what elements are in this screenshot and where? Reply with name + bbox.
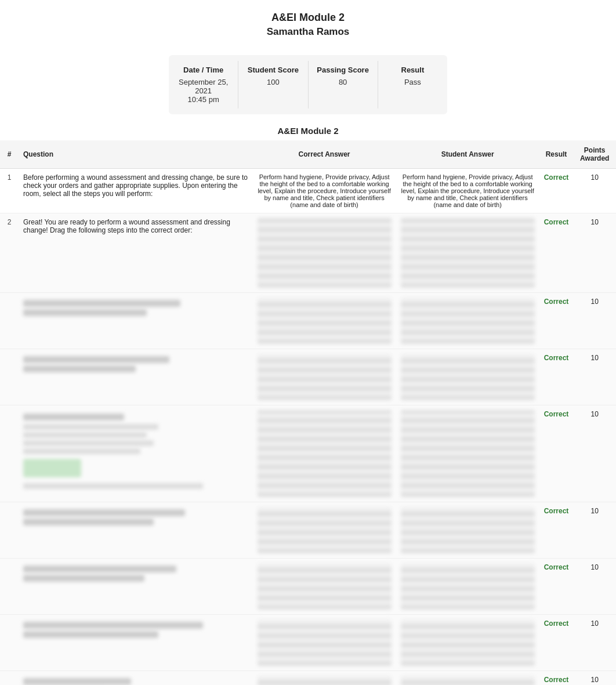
row-points: 10 (573, 169, 616, 213)
row-correct-answer: Perform hand hygiene, Provide privacy, A… (253, 169, 396, 213)
row-points: 10 (573, 349, 616, 405)
row-number: 1 (0, 169, 19, 213)
row-correct-answer (253, 213, 396, 293)
row-number (0, 559, 19, 615)
row-result: Correct (539, 213, 574, 293)
row-student-answer (396, 405, 539, 502)
col-number: # (0, 140, 19, 169)
date-col: Date / Time September 25, 2021 10:45 pm (169, 61, 238, 108)
row-result: Correct (539, 405, 574, 502)
table-row: Correct 10 (0, 559, 616, 615)
table-row: Correct 10 (0, 502, 616, 559)
col-student-answer: Student Answer (396, 140, 539, 169)
row-points: 10 (573, 293, 616, 349)
page-title: A&EI Module 2 (0, 12, 616, 24)
row-number (0, 671, 19, 686)
row-points: 10 (573, 213, 616, 293)
student-score-label: Student Score (245, 66, 300, 74)
passing-score-label: Passing Score (316, 66, 371, 74)
table-row: 1 Before performing a wound assessment a… (0, 169, 616, 213)
result-col: Result Pass (378, 61, 447, 108)
student-score-col: Student Score 100 (238, 61, 308, 108)
table-row: 2 Great! You are ready to perform a woun… (0, 213, 616, 293)
row-question (19, 502, 253, 559)
row-number (0, 615, 19, 671)
row-result: Correct (539, 502, 574, 559)
passing-score-value: 80 (316, 78, 371, 86)
row-student-answer (396, 349, 539, 405)
table-header-row: # Question Correct Answer Student Answer… (0, 140, 616, 169)
date-value: September 25, 2021 10:45 pm (176, 78, 231, 104)
row-result: Correct (539, 559, 574, 615)
table-body: 1 Before performing a wound assessment a… (0, 169, 616, 686)
row-question (19, 559, 253, 615)
row-student-answer (396, 213, 539, 293)
row-result: Correct (539, 349, 574, 405)
date-label: Date / Time (176, 66, 231, 74)
row-correct-answer (253, 405, 396, 502)
section-title: A&EI Module 2 (0, 126, 616, 136)
row-correct-answer (253, 349, 396, 405)
row-number (0, 293, 19, 349)
passing-score-col: Passing Score 80 (309, 61, 378, 108)
row-correct-answer (253, 559, 396, 615)
row-points: 10 (573, 559, 616, 615)
row-question: Before performing a wound assessment and… (19, 169, 253, 213)
row-student-answer: Perform hand hygiene, Provide privacy, A… (396, 169, 539, 213)
row-question (19, 671, 253, 686)
row-result: Correct (539, 615, 574, 671)
table-row: Correct 10 (0, 671, 616, 686)
page-subtitle: Samantha Ramos (0, 26, 616, 38)
table-row: Correct 10 (0, 349, 616, 405)
row-student-answer (396, 615, 539, 671)
table-row: Correct 10 (0, 293, 616, 349)
row-student-answer (396, 502, 539, 559)
row-correct-answer (253, 671, 396, 686)
student-score-value: 100 (245, 78, 300, 86)
row-number: 2 (0, 213, 19, 293)
row-question (19, 349, 253, 405)
row-number (0, 349, 19, 405)
row-correct-answer (253, 502, 396, 559)
col-result: Result (539, 140, 574, 169)
row-student-answer (396, 671, 539, 686)
row-number (0, 502, 19, 559)
row-result: Correct (539, 293, 574, 349)
row-question (19, 405, 253, 502)
row-correct-answer (253, 293, 396, 349)
result-label: Result (385, 66, 440, 74)
row-points: 10 (573, 671, 616, 686)
row-result: Correct (539, 169, 574, 213)
row-question (19, 293, 253, 349)
page-header: A&EI Module 2 Samantha Ramos (0, 0, 616, 44)
row-number (0, 405, 19, 502)
row-points: 10 (573, 502, 616, 559)
quiz-table: # Question Correct Answer Student Answer… (0, 140, 616, 685)
row-correct-answer (253, 615, 396, 671)
table-row: Correct 10 (0, 405, 616, 502)
row-points: 10 (573, 615, 616, 671)
col-question: Question (19, 140, 253, 169)
row-points: 10 (573, 405, 616, 502)
table-row: Correct 10 (0, 615, 616, 671)
row-result: Correct (539, 671, 574, 686)
table-header: # Question Correct Answer Student Answer… (0, 140, 616, 169)
row-student-answer (396, 559, 539, 615)
summary-bar: Date / Time September 25, 2021 10:45 pm … (169, 55, 447, 114)
row-question (19, 615, 253, 671)
col-points: Points Awarded (573, 140, 616, 169)
row-question: Great! You are ready to perform a wound … (19, 213, 253, 293)
row-student-answer (396, 293, 539, 349)
result-value: Pass (385, 78, 440, 86)
col-correct-answer: Correct Answer (253, 140, 396, 169)
